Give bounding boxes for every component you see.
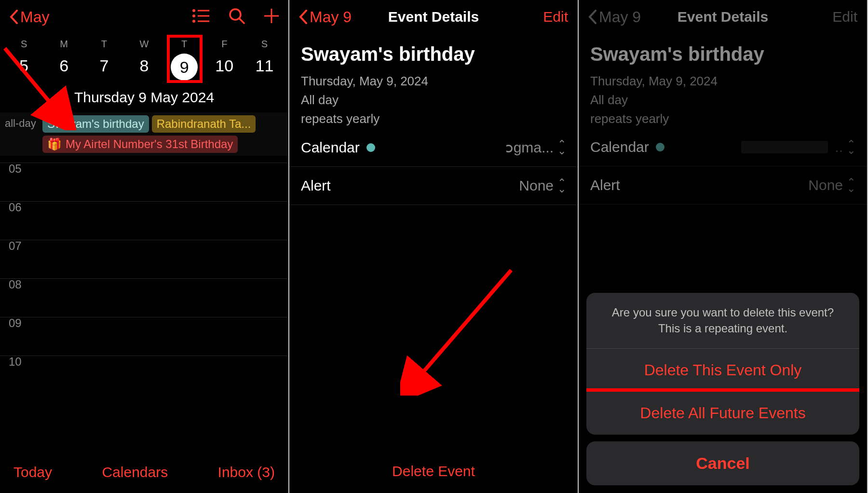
back-label: May 9 [599,8,641,26]
navbar: May 9 Event Details Edit [289,0,578,34]
delete-confirm-panel: May 9 Event Details Edit Swayam's birthd… [579,0,868,493]
calendars-button[interactable]: Calendars [102,464,168,480]
bottom-toolbar: Today Calendars Inbox (3) [0,453,288,493]
chevron-updown-icon: ⌃⌄ [557,141,566,153]
hour-row[interactable]: 09 [0,317,288,356]
annotation-arrow [400,260,526,396]
chevron-updown-icon: ⌃⌄ [847,141,855,153]
hour-row[interactable]: 06 [0,201,288,240]
event-chip-rabindranath[interactable]: Rabindranath Ta... [152,115,256,133]
chevron-left-icon [588,10,597,24]
week-row: S5 M6 T7 W8 T9 F10 S11 [0,34,288,81]
delete-all-future-button[interactable]: Delete All Future Events [586,388,859,435]
page-title: Event Details [388,9,479,25]
event-details-panel: May 9 Event Details Edit Swayam's birthd… [289,0,579,493]
chevron-updown-icon: ⌃⌄ [557,179,566,192]
back-button: May 9 [588,8,641,26]
calendar-value: ᴐgma... ⌃⌄ [505,139,566,156]
event-date: Thursday, May 9, 2024 [301,72,566,91]
back-label: May 9 [310,8,352,26]
svg-line-11 [420,270,511,376]
back-button[interactable]: May 9 [299,8,352,26]
allday-section: all-day Swayam's birthday Rabindranath T… [0,112,288,156]
redacted-value [741,141,828,153]
search-icon[interactable] [229,8,245,26]
day-wed[interactable]: W8 [130,39,159,81]
alert-value: None ⌃⌄ [519,178,566,194]
edit-button: Edit [832,9,857,25]
action-sheet-message: Are you sure you want to delete this eve… [586,293,859,348]
cancel-button[interactable]: Cancel [586,441,859,485]
today-button[interactable]: Today [14,464,52,480]
calendar-day-panel: May S5 M6 T7 W8 T9 F10 S11 Thursday 9 Ma… [0,0,289,493]
event-chip-swayam[interactable]: Swayam's birthday [42,115,149,133]
plus-icon[interactable] [264,9,279,25]
page-title: Event Details [678,9,768,25]
day-tue[interactable]: T7 [90,39,119,81]
svg-point-1 [192,14,195,17]
event-meta: Thursday, May 9, 2024 All day repeats ye… [289,72,578,128]
edit-button[interactable]: Edit [543,9,568,25]
event-repeat: repeats yearly [590,110,855,128]
hour-grid: 05 06 07 08 09 10 [0,163,288,394]
calendar-label: Calendar [301,139,375,156]
allday-label: all-day [4,115,42,130]
back-label: May [20,8,49,26]
alert-row: Alert None ⌃⌄ [579,166,867,205]
calendar-label: Calendar [590,139,665,155]
annotation-highlight-box [167,35,203,83]
calendar-row: Calendar .. ⌃⌄ [579,128,867,166]
alert-value: None ⌃⌄ [808,177,855,193]
alert-label: Alert [590,177,620,193]
calendar-color-dot [366,143,375,152]
hour-row[interactable]: 10 [0,356,288,394]
event-title: Swayam's birthday [579,34,867,72]
event-title: Swayam's birthday [289,34,578,72]
date-heading: Thursday 9 May 2024 [0,81,288,112]
list-icon[interactable] [192,9,209,25]
day-fri[interactable]: F10 [210,39,239,81]
event-chip-airtel[interactable]: 🎁 My Airtel Number's 31st Birthday [42,136,238,153]
alert-label: Alert [301,178,331,194]
chevron-updown-icon: ⌃⌄ [847,179,855,192]
event-repeat: repeats yearly [301,110,566,128]
chevron-left-icon [10,10,18,24]
navbar: May 9 Event Details Edit [579,0,867,34]
hour-row[interactable]: 05 [0,163,288,201]
day-mon[interactable]: M6 [50,39,79,81]
inbox-button[interactable]: Inbox (3) [218,464,275,480]
calendar-color-dot [656,143,665,151]
svg-point-2 [192,20,195,23]
day-sun[interactable]: S5 [10,39,39,81]
action-sheet-card: Are you sure you want to delete this eve… [586,293,859,435]
chevron-left-icon [299,10,308,24]
navbar: May [0,0,288,34]
day-thu-selected[interactable]: T9 [170,39,199,81]
event-allday: All day [590,91,855,110]
hour-row[interactable]: 08 [0,278,288,317]
event-meta: Thursday, May 9, 2024 All day repeats ye… [579,72,867,128]
event-date: Thursday, May 9, 2024 [590,72,855,91]
event-allday: All day [301,91,566,110]
hour-row[interactable]: 07 [0,240,288,278]
alert-row[interactable]: Alert None ⌃⌄ [289,167,578,205]
svg-point-0 [192,9,195,12]
delete-event-button[interactable]: Delete Event [392,463,475,479]
day-sat[interactable]: S11 [250,39,279,81]
svg-line-7 [239,18,244,23]
calendar-value: .. ⌃⌄ [741,139,855,155]
back-button[interactable]: May [10,8,49,26]
delete-this-only-button[interactable]: Delete This Event Only [586,348,859,392]
event-chips: Swayam's birthday Rabindranath Ta... 🎁 M… [42,115,285,153]
nav-actions [192,8,279,26]
action-sheet: Are you sure you want to delete this eve… [586,293,859,485]
gift-icon: 🎁 [47,137,62,151]
calendar-row[interactable]: Calendar ᴐgma... ⌃⌄ [289,128,578,167]
